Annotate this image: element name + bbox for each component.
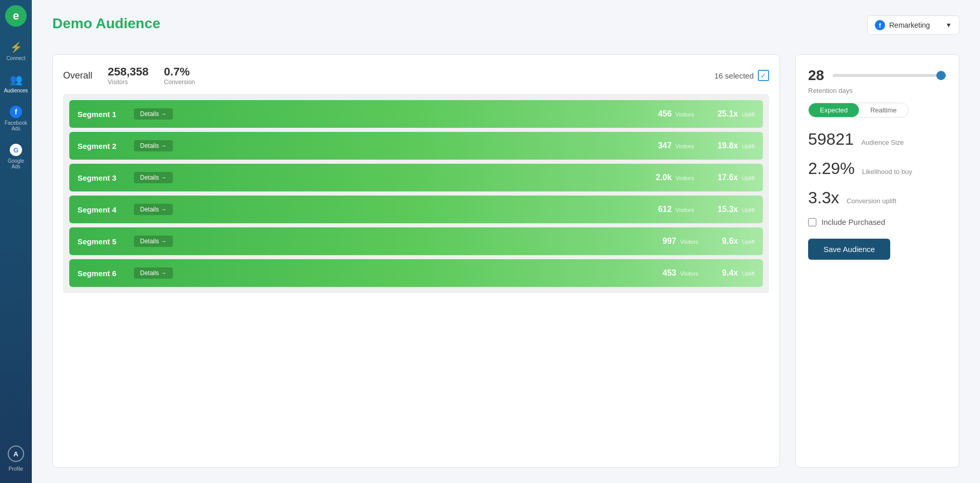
sidebar-item-label: Facebook Ads: [3, 120, 29, 131]
segment-uplift: 19.8x Uplift: [717, 141, 755, 150]
profile-label: Profile: [9, 466, 23, 472]
overall-conversion-stat: 0.7% Conversion: [164, 65, 195, 86]
segment-stats: 997 Visitors 9.6x Uplift: [662, 237, 755, 246]
segment-name: Segment 2: [77, 142, 129, 150]
segment-name: Segment 1: [77, 110, 129, 119]
sidebar-item-audiences[interactable]: 👥 Audiences: [0, 67, 32, 100]
segment-row: Segment 2 Details → 347 Visitors 19.8x U…: [69, 132, 763, 160]
save-audience-button[interactable]: Save Audience: [808, 239, 890, 260]
likelihood-value: 2.29%: [808, 159, 855, 178]
overall-visitors-label: Visitors: [108, 79, 149, 86]
avatar: A: [8, 446, 24, 462]
details-button[interactable]: Details →: [134, 108, 173, 120]
segment-visitors: 456 Visitors: [658, 109, 694, 119]
remarketing-label: Remarketing: [889, 21, 930, 29]
segment-visitors: 347 Visitors: [658, 141, 694, 150]
segment-uplift: 17.6x Uplift: [717, 173, 755, 182]
retention-days-label: Retention days: [808, 87, 947, 94]
sidebar-item-profile[interactable]: A Profile: [0, 439, 32, 478]
conversion-uplift-value: 3.3x: [808, 188, 839, 207]
segment-visitors: 612 Visitors: [658, 205, 694, 214]
segment-stats: 2.0k Visitors 17.6x Uplift: [656, 173, 755, 182]
segment-stats: 456 Visitors 25.1x Uplift: [658, 109, 755, 119]
audiences-icon: 👥: [10, 73, 23, 86]
page-title: Demo Audience: [52, 15, 161, 32]
segment-name: Segment 3: [77, 173, 129, 182]
sidebar-item-google-ads[interactable]: G Google Ads: [0, 138, 32, 176]
segment-uplift: 25.1x Uplift: [717, 109, 755, 119]
toggle-realtime[interactable]: Realtime: [859, 103, 908, 117]
connect-icon: ⚡: [10, 41, 23, 53]
likelihood-label: Likelihood to buy: [862, 168, 912, 176]
selected-count: 16 selected: [714, 71, 754, 80]
sidebar-item-connect[interactable]: ⚡ Connect: [0, 35, 32, 67]
sidebar-item-label: Google Ads: [3, 158, 29, 169]
segment-visitors: 997 Visitors: [662, 237, 698, 246]
details-button[interactable]: Details →: [134, 140, 173, 151]
overall-header: Overall 258,358 Visitors 0.7% Conversion…: [63, 65, 769, 86]
segments-list: Segment 1 Details → 456 Visitors 25.1x U…: [63, 94, 769, 293]
segment-visitors: 453 Visitors: [662, 268, 698, 278]
overall-visitors-stat: 258,358 Visitors: [108, 65, 149, 86]
audience-size-value: 59821: [808, 130, 854, 149]
include-purchased-checkbox[interactable]: [808, 218, 816, 226]
overall-conversion-label: Conversion: [164, 79, 195, 86]
details-button[interactable]: Details →: [134, 236, 173, 247]
likelihood-block: 2.29% Likelihood to buy: [808, 159, 947, 178]
app-logo: e: [5, 5, 27, 27]
sidebar-item-label: Connect: [6, 55, 25, 61]
details-button[interactable]: Details →: [134, 267, 173, 279]
retention-days-value: 28: [808, 67, 827, 84]
segment-stats: 612 Visitors 15.3x Uplift: [658, 205, 755, 214]
segment-uplift: 9.6x Uplift: [722, 237, 755, 246]
mode-toggle-group: Expected Realtime: [808, 103, 909, 118]
retention-row: 28: [808, 67, 947, 84]
audience-size-label: Audience Size: [861, 139, 904, 146]
segment-row: Segment 1 Details → 456 Visitors 25.1x U…: [69, 100, 763, 128]
include-purchased-label[interactable]: Include Purchased: [821, 218, 885, 226]
segment-row: Segment 4 Details → 612 Visitors 15.3x U…: [69, 196, 763, 223]
facebook-icon: f: [10, 106, 22, 118]
overall-label: Overall: [63, 70, 92, 81]
segment-stats: 453 Visitors 9.4x Uplift: [662, 268, 755, 278]
toggle-expected[interactable]: Expected: [809, 103, 859, 117]
retention-slider-container: [833, 74, 947, 77]
sidebar-item-label: Audiences: [4, 88, 28, 93]
conversion-uplift-block: 3.3x Conversion uplift: [808, 188, 947, 207]
remarketing-dropdown[interactable]: f Remarketing ▼: [867, 15, 959, 35]
details-button[interactable]: Details →: [134, 172, 173, 183]
segment-row: Segment 3 Details → 2.0k Visitors 17.6x …: [69, 164, 763, 191]
google-icon: G: [10, 144, 22, 156]
segment-row: Segment 6 Details → 453 Visitors 9.4x Up…: [69, 259, 763, 287]
right-panel: 28 Retention days Expected Realtime 5982…: [795, 54, 959, 468]
left-panel: Overall 258,358 Visitors 0.7% Conversion…: [52, 54, 780, 468]
include-purchased-row: Include Purchased: [808, 218, 947, 226]
main-content: Demo Audience f Remarketing ▼ Overall 25…: [32, 0, 980, 483]
overall-conversion-value: 0.7%: [164, 65, 195, 79]
conversion-uplift-label: Conversion uplift: [847, 197, 896, 205]
segment-uplift: 9.4x Uplift: [722, 268, 755, 278]
segment-row: Segment 5 Details → 997 Visitors 9.6x Up…: [69, 227, 763, 255]
segment-uplift: 15.3x Uplift: [717, 205, 755, 214]
overall-visitors-value: 258,358: [108, 65, 149, 79]
sidebar-item-facebook-ads[interactable]: f Facebook Ads: [0, 100, 32, 138]
sidebar: e ⚡ Connect 👥 Audiences f Facebook Ads G…: [0, 0, 32, 483]
segment-name: Segment 4: [77, 205, 129, 214]
chevron-down-icon: ▼: [946, 22, 952, 29]
facebook-dropdown-icon: f: [875, 20, 885, 30]
segment-visitors: 2.0k Visitors: [656, 173, 694, 182]
details-button[interactable]: Details →: [134, 204, 173, 215]
segment-stats: 347 Visitors 19.8x Uplift: [658, 141, 755, 150]
selected-badge: 16 selected ✓: [714, 70, 769, 81]
segment-name: Segment 5: [77, 237, 129, 246]
select-all-checkbox[interactable]: ✓: [758, 70, 769, 81]
segment-name: Segment 6: [77, 269, 129, 278]
audience-size-block: 59821 Audience Size: [808, 130, 947, 149]
